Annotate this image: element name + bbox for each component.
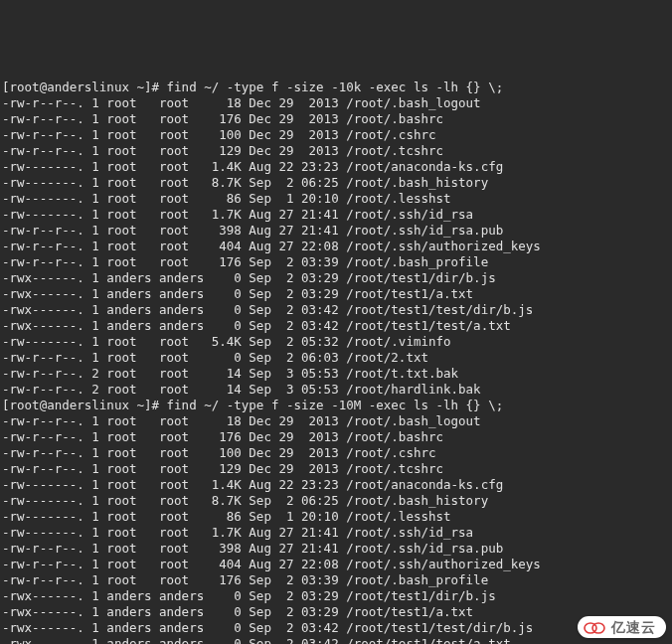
terminal-output: [root@anderslinux ~]# find ~/ -type f -s… (0, 80, 672, 644)
watermark-text: 亿速云 (611, 619, 656, 635)
cloud-icon (582, 618, 607, 636)
svg-point-1 (592, 623, 604, 633)
watermark-badge: 亿速云 (578, 616, 666, 638)
